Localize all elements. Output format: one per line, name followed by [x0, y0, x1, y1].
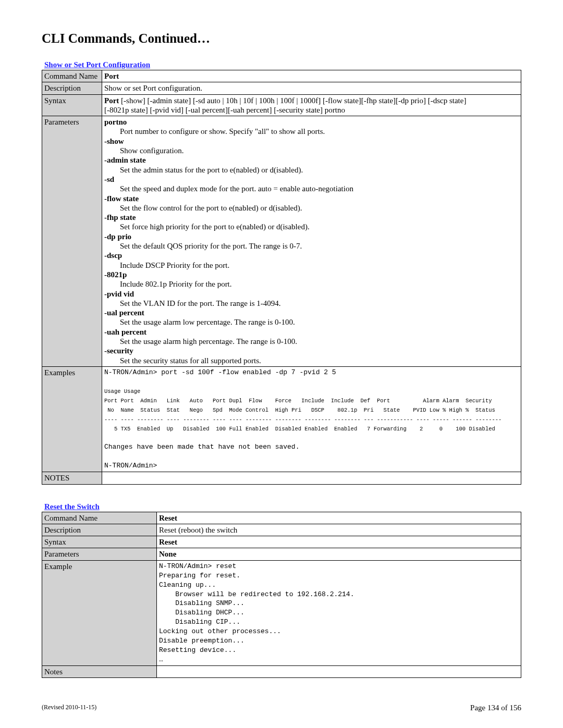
table-row: Command Name Reset	[42, 512, 521, 524]
param-desc: Set the VLAN ID for the port. The range …	[104, 299, 519, 308]
example-block: N-TRON/Admin> reset Preparing for reset.…	[159, 562, 519, 664]
page-footer: (Revised 2010-11-15) Page 134 of 156	[42, 704, 521, 712]
example-block: N-TRON/Admin> port -sd 100f -flow enable…	[104, 368, 519, 471]
syntax-line1-rest: [-show] [-admin state] [-sd auto | 10h |…	[119, 96, 466, 105]
table-row: Notes	[42, 666, 521, 678]
param-name: -dscp	[104, 251, 122, 260]
param-desc: Include DSCP Priority for the port.	[104, 261, 519, 270]
param-desc: Set the security status for all supporte…	[104, 356, 519, 365]
example-label: Example	[42, 560, 157, 665]
syntax-label: Syntax	[42, 536, 157, 548]
parameters-label: Parameters	[42, 548, 157, 560]
syntax-cmd: Port	[104, 96, 119, 105]
param-name: -sd	[104, 175, 114, 183]
param-desc: Port number to configure or show. Specif…	[104, 127, 519, 136]
table-row: Description Reset (reboot) the switch	[42, 524, 521, 536]
cmd-name-value: Port	[102, 70, 521, 82]
param-name: -pvid vid	[104, 290, 134, 298]
syntax-label: Syntax	[42, 94, 102, 116]
reset-table: Command Name Reset Description Reset (re…	[42, 512, 521, 678]
syntax-value: Reset	[157, 536, 521, 548]
syntax-line2: [-8021p state] [-pvid vid] [-ual percent…	[104, 106, 345, 114]
param-name: -security	[104, 347, 133, 355]
param-desc: Set the speed and duplex mode for the po…	[104, 184, 519, 193]
param-desc: Show configuration.	[104, 146, 519, 155]
page-title: CLI Commands, Continued…	[42, 31, 521, 46]
description-value: Reset (reboot) the switch	[157, 524, 521, 536]
param-name: -8021p	[104, 270, 127, 279]
param-desc: Include 802.1p Priority for the port.	[104, 279, 519, 289]
cmd-name-label: Command Name	[42, 70, 102, 82]
notes-label: NOTES	[42, 472, 102, 484]
parameters-value: None	[157, 548, 521, 560]
param-desc: Set the usage alarm low percentage. The …	[104, 317, 519, 327]
table-row: Parameters None	[42, 548, 521, 560]
param-name: -show	[104, 137, 124, 145]
examples-value: N-TRON/Admin> port -sd 100f -flow enable…	[102, 366, 521, 472]
description-label: Description	[42, 82, 102, 94]
param-name: -dp prio	[104, 232, 131, 241]
param-desc: Set the admin status for the port to e(n…	[104, 165, 519, 175]
port-config-table: Command Name Port Description Show or se…	[42, 70, 521, 485]
param-name: -uah percent	[104, 328, 146, 336]
parameters-label: Parameters	[42, 116, 102, 367]
syntax-value: Port [-show] [-admin state] [-sd auto | …	[102, 94, 521, 116]
table-row: Example N-TRON/Admin> reset Preparing fo…	[42, 560, 521, 665]
example-value: N-TRON/Admin> reset Preparing for reset.…	[157, 560, 521, 665]
param-desc: Set the usage alarm high percentage. The…	[104, 337, 519, 346]
param-name: -admin state	[104, 156, 146, 164]
description-label: Description	[42, 524, 157, 536]
param-name: -fhp state	[104, 213, 136, 221]
parameters-value: portnoPort number to configure or show. …	[102, 116, 521, 367]
examples-label: Examples	[42, 366, 102, 472]
param-name: -ual percent	[104, 309, 144, 317]
table-row: Command Name Port	[42, 70, 521, 82]
table-row: NOTES	[42, 472, 521, 484]
revised-date: (Revised 2010-11-15)	[42, 704, 96, 712]
notes-value	[157, 666, 521, 678]
notes-value	[102, 472, 521, 484]
table-row: Examples N-TRON/Admin> port -sd 100f -fl…	[42, 366, 521, 472]
table-row: Parameters portnoPort number to configur…	[42, 116, 521, 367]
cmd-name-label: Command Name	[42, 512, 157, 524]
table-row: Syntax Port [-show] [-admin state] [-sd …	[42, 94, 521, 116]
param-name: portno	[104, 118, 127, 126]
section-reset-heading: Reset the Switch	[44, 502, 521, 511]
section-port-config-heading: Show or Set Port Configuration	[44, 60, 521, 69]
page-number: Page 134 of 156	[470, 704, 521, 712]
table-row: Description Show or set Port configurati…	[42, 82, 521, 94]
table-row: Syntax Reset	[42, 536, 521, 548]
param-desc: Set the flow control for the port to e(n…	[104, 203, 519, 213]
description-value: Show or set Port configuration.	[102, 82, 521, 94]
cmd-name-value: Reset	[157, 512, 521, 524]
param-desc: Set the default QOS priority for the por…	[104, 241, 519, 251]
param-name: -flow state	[104, 194, 139, 203]
notes-label: Notes	[42, 666, 157, 678]
param-desc: Set force high priority for the port to …	[104, 222, 519, 231]
